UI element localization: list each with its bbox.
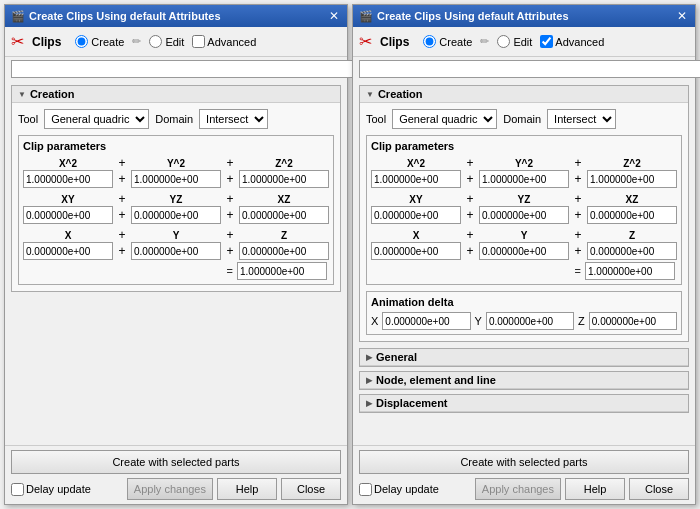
right-dialog: 🎬 Create Clips Using default Attributes … xyxy=(352,4,696,505)
right-tool-select[interactable]: General quadric xyxy=(392,109,497,129)
left-advanced-checkbox[interactable] xyxy=(192,35,205,48)
right-clip-params: Clip parameters X^2 + Y^2 + Z^2 + + xyxy=(366,135,682,285)
left-edit-radio-text: Edit xyxy=(165,36,184,48)
left-y-input[interactable] xyxy=(131,242,221,260)
right-scissors-icon: ✂ xyxy=(359,32,372,51)
right-close-btn[interactable]: Close xyxy=(629,478,689,500)
right-edit-radio-label[interactable]: Edit xyxy=(497,35,532,48)
right-anim-row: X Y Z xyxy=(371,312,677,330)
left-param-grid-headers3: X + Y + Z xyxy=(23,228,329,242)
right-param-grid-headers2: XY + YZ + XZ xyxy=(371,192,677,206)
right-anim-x-label: X xyxy=(371,315,378,327)
left-search-input[interactable] xyxy=(11,60,353,78)
left-z-input[interactable] xyxy=(239,242,329,260)
left-header-y2: Y^2 xyxy=(131,158,221,169)
right-pencil-icon: ✏ xyxy=(480,35,489,48)
left-create-radio[interactable] xyxy=(75,35,88,48)
right-equals-input[interactable] xyxy=(585,262,675,280)
right-yz-input[interactable] xyxy=(479,206,569,224)
left-creation-header[interactable]: ▼ Creation xyxy=(12,86,340,103)
right-title-text: Create Clips Using default Attributes xyxy=(377,10,569,22)
right-y2-input[interactable] xyxy=(479,170,569,188)
left-tool-row: Tool General quadric Domain Intersect xyxy=(18,109,334,129)
right-anim-z-label: Z xyxy=(578,315,585,327)
left-edit-radio-label[interactable]: Edit xyxy=(149,35,184,48)
right-z-input[interactable] xyxy=(587,242,677,260)
right-creation-header[interactable]: ▼ Creation xyxy=(360,86,688,103)
left-domain-select[interactable]: Intersect xyxy=(199,109,268,129)
left-apply-btn[interactable]: Apply changes xyxy=(127,478,213,500)
right-edit-radio-text: Edit xyxy=(513,36,532,48)
right-advanced-text: Advanced xyxy=(555,36,604,48)
right-delay-label[interactable]: Delay update xyxy=(359,483,439,496)
right-tool-row: Tool General quadric Domain Intersect xyxy=(366,109,682,129)
right-edit-radio[interactable] xyxy=(497,35,510,48)
left-create-btn[interactable]: Create with selected parts xyxy=(11,450,341,474)
right-apply-btn[interactable]: Apply changes xyxy=(475,478,561,500)
right-header-z: Z xyxy=(587,230,677,241)
right-displacement-label: Displacement xyxy=(376,397,448,409)
right-xz-input[interactable] xyxy=(587,206,677,224)
right-x2-input[interactable] xyxy=(371,170,461,188)
left-domain-label: Domain xyxy=(155,113,193,125)
right-header-y2: Y^2 xyxy=(479,158,569,169)
left-delay-text: Delay update xyxy=(26,483,91,495)
right-advanced-label[interactable]: Advanced xyxy=(540,35,604,48)
right-anim-y-input[interactable] xyxy=(486,312,574,330)
left-x-input[interactable] xyxy=(23,242,113,260)
left-equals-sign: = xyxy=(227,265,233,277)
right-delay-checkbox[interactable] xyxy=(359,483,372,496)
left-xz-input[interactable] xyxy=(239,206,329,224)
right-y-input[interactable] xyxy=(479,242,569,260)
right-create-radio[interactable] xyxy=(423,35,436,48)
right-header-yz: YZ xyxy=(479,194,569,205)
right-create-radio-label[interactable]: Create xyxy=(423,35,472,48)
left-advanced-label[interactable]: Advanced xyxy=(192,35,256,48)
right-header-y: Y xyxy=(479,230,569,241)
left-edit-radio[interactable] xyxy=(149,35,162,48)
right-animation-title: Animation delta xyxy=(371,296,677,308)
right-general-arrow: ▶ xyxy=(366,353,372,362)
right-node-header[interactable]: ▶ Node, element and line xyxy=(360,372,688,389)
left-creation-body: Tool General quadric Domain Intersect Cl… xyxy=(12,103,340,291)
right-anim-z-input[interactable] xyxy=(589,312,677,330)
right-x-input[interactable] xyxy=(371,242,461,260)
left-y2-input[interactable] xyxy=(131,170,221,188)
right-close-x-button[interactable]: ✕ xyxy=(675,10,689,22)
left-param-grid-row1: + + xyxy=(23,170,329,188)
right-help-btn[interactable]: Help xyxy=(565,478,625,500)
right-advanced-checkbox[interactable] xyxy=(540,35,553,48)
left-tool-select[interactable]: General quadric xyxy=(44,109,149,129)
left-xy-input[interactable] xyxy=(23,206,113,224)
right-general-label: General xyxy=(376,351,417,363)
left-header-x2: X^2 xyxy=(23,158,113,169)
right-general-header[interactable]: ▶ General xyxy=(360,349,688,366)
left-equals-input[interactable] xyxy=(237,262,327,280)
right-header-z2: Z^2 xyxy=(587,158,677,169)
right-displacement-header[interactable]: ▶ Displacement xyxy=(360,395,688,412)
right-xy-input[interactable] xyxy=(371,206,461,224)
left-yz-input[interactable] xyxy=(131,206,221,224)
left-clips-label: Clips xyxy=(32,35,61,49)
left-x2-input[interactable] xyxy=(23,170,113,188)
left-delay-label[interactable]: Delay update xyxy=(11,483,91,496)
left-scissors-icon: ✂ xyxy=(11,32,24,51)
left-title-bar: 🎬 Create Clips Using default Attributes … xyxy=(5,5,347,27)
left-create-radio-label[interactable]: Create xyxy=(75,35,124,48)
left-header-z: Z xyxy=(239,230,329,241)
right-domain-select[interactable]: Intersect xyxy=(547,109,616,129)
left-close-btn[interactable]: Close xyxy=(281,478,341,500)
right-search-input[interactable] xyxy=(359,60,700,78)
left-close-x-button[interactable]: ✕ xyxy=(327,10,341,22)
left-content: ▼ Creation Tool General quadric Domain I… xyxy=(5,81,347,445)
right-header-xy: XY xyxy=(371,194,461,205)
right-create-btn[interactable]: Create with selected parts xyxy=(359,450,689,474)
right-header-xz: XZ xyxy=(587,194,677,205)
right-animation-delta: Animation delta X Y Z xyxy=(366,291,682,335)
left-param-grid-row2: + + xyxy=(23,206,329,224)
right-anim-x-input[interactable] xyxy=(382,312,470,330)
left-delay-checkbox[interactable] xyxy=(11,483,24,496)
right-z2-input[interactable] xyxy=(587,170,677,188)
left-help-btn[interactable]: Help xyxy=(217,478,277,500)
left-z2-input[interactable] xyxy=(239,170,329,188)
